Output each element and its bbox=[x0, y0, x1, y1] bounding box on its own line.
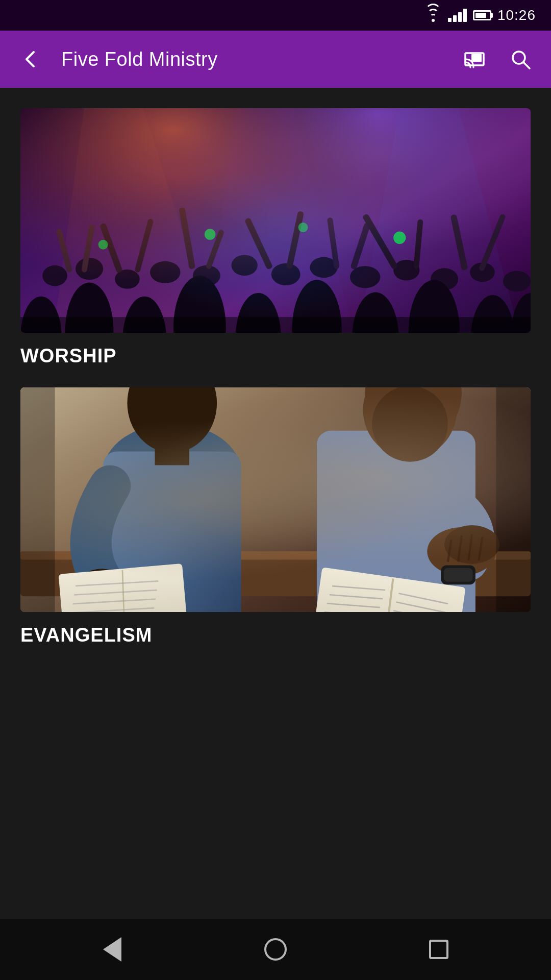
svg-point-59 bbox=[103, 424, 241, 520]
svg-rect-32 bbox=[286, 211, 304, 270]
svg-rect-36 bbox=[413, 219, 423, 269]
back-nav-icon bbox=[103, 937, 121, 962]
svg-point-22 bbox=[431, 268, 458, 290]
svg-point-77 bbox=[444, 525, 499, 564]
svg-line-94 bbox=[393, 610, 443, 612]
evangelism-label: EVANGELISM bbox=[20, 624, 531, 646]
svg-line-65 bbox=[122, 570, 125, 612]
evangelism-image bbox=[20, 387, 531, 612]
svg-marker-11 bbox=[352, 108, 531, 333]
svg-rect-5 bbox=[20, 108, 531, 333]
svg-point-76 bbox=[427, 527, 496, 576]
svg-point-74 bbox=[363, 387, 457, 458]
svg-rect-99 bbox=[20, 387, 55, 612]
svg-point-24 bbox=[503, 271, 531, 292]
worship-image bbox=[20, 108, 531, 333]
svg-point-39 bbox=[20, 297, 62, 333]
svg-point-12 bbox=[42, 265, 67, 286]
svg-rect-35 bbox=[362, 213, 398, 270]
svg-point-44 bbox=[292, 280, 341, 333]
svg-line-89 bbox=[324, 609, 378, 612]
back-button[interactable] bbox=[15, 44, 46, 75]
app-bar: Five Fold Ministry bbox=[0, 31, 551, 88]
svg-point-51 bbox=[393, 232, 406, 244]
svg-point-40 bbox=[65, 283, 114, 333]
svg-line-93 bbox=[395, 602, 446, 612]
svg-rect-58 bbox=[20, 551, 531, 559]
svg-point-46 bbox=[409, 280, 460, 333]
svg-rect-8 bbox=[20, 108, 531, 333]
svg-point-75 bbox=[372, 387, 448, 462]
svg-rect-62 bbox=[155, 437, 190, 465]
nav-home-button[interactable] bbox=[250, 929, 301, 970]
status-time: 10:26 bbox=[497, 7, 536, 23]
wifi-icon bbox=[424, 9, 442, 22]
svg-line-78 bbox=[448, 540, 452, 561]
svg-rect-29 bbox=[179, 207, 195, 270]
svg-line-68 bbox=[73, 599, 156, 604]
svg-point-15 bbox=[150, 261, 180, 283]
worship-category[interactable]: WORSHIP bbox=[20, 108, 531, 367]
svg-rect-57 bbox=[20, 555, 531, 596]
svg-rect-56 bbox=[20, 387, 531, 612]
svg-point-42 bbox=[173, 276, 226, 333]
svg-point-17 bbox=[232, 255, 258, 276]
svg-rect-27 bbox=[99, 223, 123, 273]
content-area: WORSHIP bbox=[0, 88, 551, 748]
svg-rect-6 bbox=[20, 108, 531, 333]
svg-rect-38 bbox=[479, 213, 507, 272]
svg-point-49 bbox=[205, 229, 216, 240]
svg-rect-64 bbox=[58, 564, 189, 612]
svg-rect-25 bbox=[56, 228, 72, 273]
svg-point-52 bbox=[98, 240, 108, 250]
svg-point-72 bbox=[365, 387, 462, 445]
svg-rect-100 bbox=[496, 387, 531, 612]
svg-rect-7 bbox=[20, 108, 531, 333]
svg-rect-60 bbox=[103, 451, 241, 612]
recent-nav-icon bbox=[429, 940, 448, 959]
svg-marker-10 bbox=[199, 108, 365, 333]
status-icons: 10:26 bbox=[424, 7, 536, 23]
svg-line-66 bbox=[76, 581, 158, 585]
search-button[interactable] bbox=[505, 44, 536, 75]
worship-label: WORSHIP bbox=[20, 345, 531, 367]
svg-line-80 bbox=[468, 534, 472, 560]
svg-marker-9 bbox=[48, 108, 227, 333]
svg-line-4 bbox=[523, 62, 530, 68]
nav-recent-button[interactable] bbox=[413, 929, 464, 970]
svg-rect-30 bbox=[205, 229, 224, 270]
svg-rect-37 bbox=[450, 214, 468, 271]
svg-rect-31 bbox=[244, 217, 273, 270]
svg-line-81 bbox=[479, 537, 483, 560]
svg-point-48 bbox=[511, 293, 531, 333]
home-nav-icon bbox=[264, 938, 287, 961]
svg-line-92 bbox=[398, 593, 448, 603]
svg-point-20 bbox=[350, 266, 380, 288]
battery-icon bbox=[473, 10, 491, 20]
svg-rect-82 bbox=[441, 565, 475, 584]
svg-rect-55 bbox=[20, 317, 531, 333]
svg-point-63 bbox=[78, 569, 126, 603]
svg-point-45 bbox=[352, 292, 399, 333]
svg-rect-26 bbox=[81, 224, 95, 273]
svg-rect-73 bbox=[396, 431, 431, 452]
svg-point-61 bbox=[127, 387, 217, 453]
svg-point-43 bbox=[236, 293, 281, 333]
svg-rect-33 bbox=[327, 217, 340, 269]
cast-button[interactable] bbox=[459, 44, 490, 75]
svg-point-47 bbox=[470, 295, 514, 333]
svg-point-13 bbox=[76, 258, 103, 280]
svg-line-86 bbox=[332, 583, 385, 594]
svg-rect-34 bbox=[350, 222, 371, 270]
page-title: Five Fold Ministry bbox=[61, 48, 444, 70]
svg-rect-83 bbox=[444, 568, 473, 582]
svg-point-16 bbox=[193, 265, 220, 286]
svg-point-14 bbox=[115, 270, 140, 289]
svg-point-41 bbox=[122, 297, 166, 333]
evangelism-category[interactable]: EVANGELISM bbox=[20, 387, 531, 646]
signal-icon bbox=[448, 9, 467, 22]
nav-back-button[interactable] bbox=[87, 929, 138, 970]
nav-bar bbox=[0, 919, 551, 980]
status-bar: 10:26 bbox=[0, 0, 551, 31]
svg-point-19 bbox=[310, 257, 338, 278]
